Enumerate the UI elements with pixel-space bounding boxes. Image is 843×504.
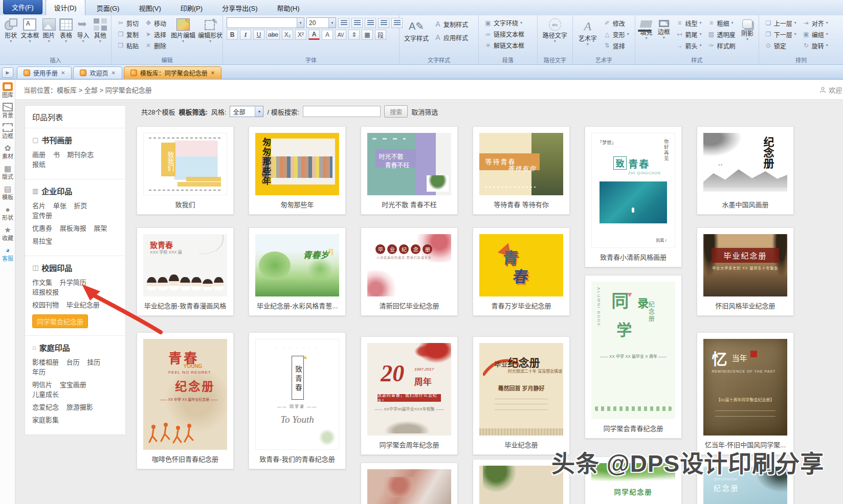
link-stand[interactable]: 展架 (94, 223, 107, 233)
link-desk-calendar[interactable]: 台历 (66, 357, 80, 366)
template-card[interactable]: 毕业纪念册 毕业大学多年的 XX 届师生十年聚会 怀旧风格毕业纪念册 (697, 227, 794, 316)
align-left-button[interactable] (338, 18, 349, 28)
align-objects-button[interactable]: ⇥对齐▾ (801, 18, 830, 29)
menu-design[interactable]: 设计(D) (46, 0, 85, 15)
link-family-album[interactable]: 家庭影集 (32, 415, 59, 424)
template-card[interactable]: 致我们 致我们 (137, 126, 234, 215)
opacity-button[interactable]: ▨透明度 (705, 29, 737, 40)
tab-welcome[interactable]: 欢迎页✕ (73, 66, 122, 79)
link-business-card[interactable]: 名片 (32, 200, 46, 210)
tab-user-manual[interactable]: 使用手册✕ (17, 66, 72, 79)
link-postcard[interactable]: 明信片 (32, 379, 52, 389)
rail-item-layout[interactable]: ▦版式 (0, 162, 15, 182)
apply-style-button[interactable]: A应用样式 (432, 32, 470, 43)
italic-button[interactable]: I (240, 30, 251, 40)
insert-textbox-button[interactable]: 文本框▾ (20, 17, 39, 43)
search-button[interactable]: 搜索 (384, 105, 408, 118)
close-icon[interactable]: ✕ (211, 70, 215, 76)
rail-item-background[interactable]: 背景 (0, 100, 15, 121)
wordart-modify-button[interactable]: ✐修改 (602, 18, 631, 29)
bring-forward-button[interactable]: ❏上一层▾ (763, 18, 798, 29)
shadow-button[interactable]: 阴影▾ (740, 17, 755, 41)
send-backward-button[interactable]: ❐下一层▾ (763, 29, 798, 40)
menu-print[interactable]: 印刷(P) (172, 1, 211, 15)
link-brochure[interactable]: 宣传册 (32, 210, 52, 220)
template-card[interactable]: · · · · · · · 致青春 ❧ —— 同学录 —— To Youth 致… (249, 332, 346, 469)
link-essay[interactable]: 作文集 (32, 277, 52, 287)
template-card[interactable]: 毕业纪念册 时光倒流二十年 深深想念情谊 蓦然回首 岁月静好 毕业纪念册 (473, 336, 570, 455)
columns-button[interactable]: ▦ (362, 30, 373, 40)
tab-expander-icon[interactable]: ▶ (2, 67, 13, 78)
link-folded[interactable]: 折页 (74, 200, 87, 210)
image-edit-button[interactable]: 图片编辑▾ (171, 17, 195, 43)
welcome-label[interactable]: 欢迎 (829, 85, 842, 95)
link-travel-photo[interactable]: 旅游摄影 (66, 402, 93, 411)
line-weight-button[interactable]: ≡粗细▾ (705, 18, 737, 29)
rail-item-shape[interactable]: ●形状 (0, 202, 15, 223)
group-objects-button[interactable]: ▣编组▾ (801, 29, 830, 40)
align-justify-button[interactable] (378, 18, 389, 28)
cut-button[interactable]: ✂剪切 (115, 18, 141, 29)
superscript-button[interactable]: X² (295, 30, 306, 40)
copy-style-button[interactable]: A复制样式 (432, 19, 470, 30)
arrow-tail-button[interactable]: ↤箭尾▾ (674, 29, 703, 40)
insert-import-button[interactable]: 导入▾ (76, 17, 90, 43)
link-year-calendar[interactable]: 年历 (32, 366, 46, 376)
link-child-growth[interactable]: 儿童成长 (32, 389, 59, 399)
fill-button[interactable]: 填充▾ (639, 17, 654, 40)
menu-help[interactable]: 帮助(H) (269, 1, 307, 15)
chevron-down-icon[interactable]: ▾ (297, 18, 304, 28)
template-card[interactable]: 纪念册 ᵛ ᵛ 水墨中国风画册 (697, 126, 794, 215)
template-card[interactable]: 匆匆那些年 匆匆那些年 (249, 126, 346, 215)
link-classpaper[interactable]: 班报校报 (32, 287, 59, 296)
paragraph-button[interactable]: 段 (375, 30, 386, 40)
rotate-button[interactable]: ↻旋转▾ (801, 40, 830, 51)
menu-page[interactable]: 页面(G) (88, 1, 128, 15)
font-family-combo[interactable]: ▾ (227, 17, 304, 28)
template-card[interactable]: 等待青春 等待有你 等待青春 等待有你 (473, 126, 570, 215)
search-input[interactable] (303, 106, 381, 117)
unlink-textbox-button[interactable]: ✳解链文本框 (482, 40, 526, 51)
underline-button[interactable]: U (253, 30, 264, 40)
lock-button[interactable]: ⊙锁定 (763, 40, 798, 51)
template-card[interactable]: 忆 当年 REMINISCENCE OF THE PAST 【01届十周年同学聚… (697, 332, 794, 455)
menu-view[interactable]: 视图(V) (130, 1, 169, 15)
link-flyer[interactable]: 单张 (53, 200, 66, 210)
link-album[interactable]: 画册 (32, 149, 46, 159)
chevron-down-icon[interactable]: ▾ (328, 18, 336, 28)
template-card[interactable]: 「梦想」 你好再见 致 青春 ZHI QINGCHUN 别离 / 致青春小清新风… (585, 126, 682, 267)
link-magazine[interactable]: 期刊杂志 (67, 149, 94, 159)
link-book[interactable]: 书 (53, 149, 60, 159)
close-icon[interactable]: ✕ (61, 70, 65, 76)
bold-button[interactable]: B (227, 30, 238, 40)
paste-button[interactable]: ❒粘贴 (115, 40, 141, 51)
template-card[interactable]: 青 春 青春万岁毕业纪念册 (473, 227, 570, 316)
font-color-button[interactable]: A (308, 30, 320, 40)
insert-table-button[interactable]: 表格▾ (59, 17, 73, 43)
link-studio-album[interactable]: 影楼相册 (32, 357, 59, 366)
insert-shape-button[interactable]: 形状▾ (4, 17, 18, 43)
link-campus-pub[interactable]: 校园刊物 (32, 300, 59, 309)
fill-color-button[interactable]: A (322, 30, 333, 40)
align-right-button[interactable] (365, 18, 376, 28)
breadcrumb[interactable]: 当前位置：模板库 > 全部 > 同学聚会纪念册 (24, 85, 152, 95)
border-button[interactable]: 边框▾ (656, 17, 671, 40)
menu-share-export[interactable]: 分享导出(S) (214, 1, 265, 15)
template-card[interactable]: ALUMNI BOOK 同 ♥ 学 录 纪念册 —— XX 中学 XX 届毕业 … (585, 275, 682, 439)
char-spacing-button[interactable]: AV (335, 30, 346, 40)
rail-item-border[interactable]: 边框 (0, 121, 15, 141)
edit-shape-button[interactable]: 编辑形状▾ (198, 17, 223, 43)
menu-file[interactable]: 文件(F) (3, 0, 42, 14)
link-wall-calendar[interactable]: 挂历 (87, 357, 100, 366)
rail-item-template[interactable]: ▤模板 (0, 182, 15, 202)
link-textbox-button[interactable]: ∞链接文本框 (482, 29, 526, 39)
subscript-button[interactable]: X₂ (282, 30, 293, 40)
align-center-button[interactable] (351, 18, 363, 28)
insert-image-button[interactable]: 图片▾ (41, 17, 56, 43)
link-rollup[interactable]: 易拉宝 (32, 236, 52, 245)
link-poster[interactable]: 展板海报 (60, 223, 86, 233)
style-select[interactable]: 全部▾ (230, 106, 263, 117)
insert-other-button[interactable]: 其他▾ (93, 17, 107, 43)
rail-item-material[interactable]: ✿素材 (0, 141, 15, 162)
rail-item-service[interactable]: ◕客服 (0, 243, 15, 264)
